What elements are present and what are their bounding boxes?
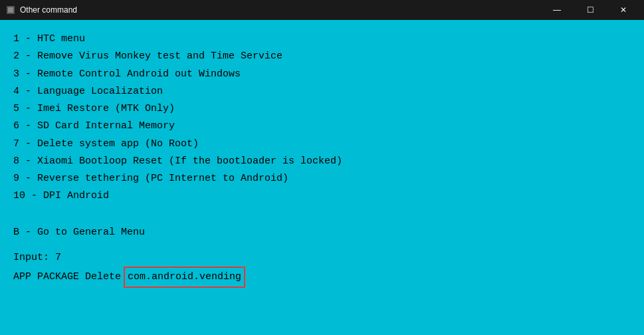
window-icon bbox=[5, 5, 16, 15]
list-item: 2 - Remove Virus Monkey test and Time Se… bbox=[13, 48, 631, 65]
title-bar-controls: — ☐ ✕ bbox=[542, 0, 639, 20]
list-item: 1 - HTC menu bbox=[13, 31, 631, 48]
maximize-button[interactable]: ☐ bbox=[575, 0, 605, 20]
list-item: 3 - Remote Control Android out Windows bbox=[13, 66, 631, 83]
window: Other command — ☐ ✕ 1 - HTC menu 2 - Rem… bbox=[0, 0, 644, 335]
title-bar-left: Other command bbox=[5, 5, 77, 15]
content-area: 1 - HTC menu 2 - Remove Virus Monkey tes… bbox=[0, 20, 644, 335]
list-item: 5 - Imei Restore (MTK Only) bbox=[13, 100, 631, 118]
minimize-button[interactable]: — bbox=[542, 0, 572, 20]
title-bar: Other command — ☐ ✕ bbox=[0, 0, 644, 20]
app-package-prefix: APP PACKAGE Delete bbox=[13, 269, 121, 286]
list-item: 4 - Language Localization bbox=[13, 83, 631, 100]
package-name: com.android.vending bbox=[124, 267, 245, 288]
close-button[interactable]: ✕ bbox=[608, 0, 639, 20]
list-item: 10 - DPI Android bbox=[13, 187, 631, 205]
list-item: 6 - SD Card Internal Memory bbox=[13, 118, 631, 135]
input-line: Input: 7 bbox=[13, 249, 631, 267]
menu-list: 1 - HTC menu 2 - Remove Virus Monkey tes… bbox=[13, 31, 631, 205]
list-item: 9 - Reverse tethering (PC Internet to An… bbox=[13, 170, 631, 187]
window-title: Other command bbox=[20, 5, 77, 15]
svg-rect-1 bbox=[8, 7, 13, 13]
back-item: B - Go to General Menu bbox=[13, 224, 631, 241]
list-item: 7 - Delete system app (No Root) bbox=[13, 136, 631, 153]
list-item: 8 - Xiaomi Bootloop Reset (If the bootlo… bbox=[13, 153, 631, 170]
app-package-line: APP PACKAGE Delete com.android.vending bbox=[13, 267, 631, 288]
